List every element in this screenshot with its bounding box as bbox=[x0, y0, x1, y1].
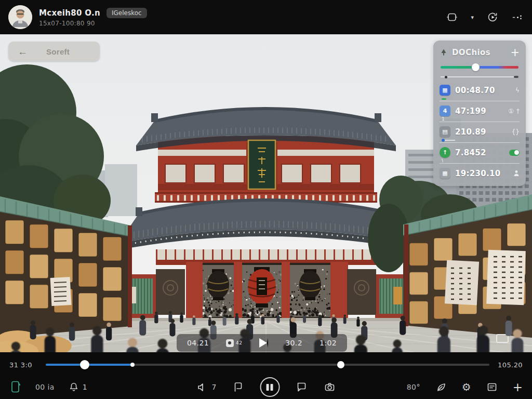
sub-slider-dot bbox=[445, 76, 447, 78]
counter-value: 42 bbox=[236, 341, 242, 345]
leaf-icon bbox=[435, 381, 447, 393]
temple-gate bbox=[118, 108, 414, 327]
angle-label: 80° bbox=[407, 383, 420, 391]
panel-row-duration[interactable]: ▦ 00:48.70 ϟ bbox=[440, 81, 520, 101]
counter-icon bbox=[226, 339, 234, 347]
panel-value: 7.8452 bbox=[455, 148, 486, 157]
player-time-right: 1:02 bbox=[320, 339, 337, 347]
plus-icon: + bbox=[513, 381, 523, 393]
panel-row-total[interactable]: ▦ 19:230.10 bbox=[440, 163, 520, 184]
flag-button[interactable] bbox=[232, 381, 244, 393]
player-value-mid: 30.2 bbox=[285, 339, 302, 347]
sub-slider[interactable] bbox=[441, 76, 518, 77]
timeline-label-right: 105.20 bbox=[498, 361, 523, 369]
flag-icon bbox=[232, 381, 244, 393]
more-icon[interactable] bbox=[511, 11, 524, 23]
timeline-marker[interactable] bbox=[130, 363, 135, 367]
player-time-left: 04.21 bbox=[187, 339, 209, 347]
row-indicator-blue bbox=[442, 140, 455, 141]
chat-button[interactable] bbox=[295, 381, 308, 393]
toolbar-left: 00 ia 1 bbox=[9, 380, 87, 394]
footer: 31 3:0 105.20 00 ia bbox=[0, 352, 532, 399]
color-slider-knob[interactable] bbox=[472, 63, 480, 71]
panel-header: DOChios + bbox=[440, 46, 520, 59]
player-overlay: 04.21 42 30.2 1:02 bbox=[177, 334, 347, 352]
device-button[interactable] bbox=[9, 380, 22, 394]
color-slider-track[interactable] bbox=[441, 66, 518, 69]
avatar-photo bbox=[8, 5, 32, 29]
timeline-knob-secondary[interactable] bbox=[337, 361, 344, 368]
gear-icon: ⚙ bbox=[462, 382, 471, 392]
bookmark-button[interactable] bbox=[260, 377, 280, 397]
panel-value: 19:230.10 bbox=[455, 169, 500, 178]
user-name: Mcxeih80 O.n bbox=[39, 8, 100, 18]
screen-frame-icon[interactable] bbox=[446, 11, 458, 23]
info-icon[interactable]: ① bbox=[508, 108, 514, 115]
timeline-label-left: 31 3:0 bbox=[9, 361, 37, 369]
toolbar-left-label: 00 ia bbox=[35, 383, 55, 391]
person-icon[interactable] bbox=[513, 170, 520, 177]
panel-row-rate[interactable]: ↑ 7.8452 \ bbox=[440, 142, 520, 163]
panel-title: DOChios bbox=[452, 48, 490, 57]
row-indicator-text: 1 bbox=[442, 117, 445, 122]
tree-icon bbox=[440, 48, 448, 57]
chevron-down-icon[interactable]: ▾ bbox=[471, 14, 474, 21]
settings-button[interactable]: ⚙ bbox=[462, 382, 471, 392]
add-button[interactable]: + bbox=[510, 47, 520, 58]
speaker-button[interactable]: 7 bbox=[196, 381, 217, 393]
pause-bar bbox=[267, 384, 269, 391]
panel-row-timecode[interactable]: 4 47:199 ① † 1 bbox=[440, 101, 520, 122]
video-review-app: Mcxeih80 O.n IGeleskoc 15x07-100:80 90 ▾ bbox=[0, 0, 532, 399]
alert-button[interactable]: 1 bbox=[68, 381, 87, 393]
toggle-on[interactable] bbox=[509, 150, 520, 156]
back-button[interactable]: ← Soreft bbox=[8, 42, 100, 61]
device-icon bbox=[9, 380, 22, 394]
topbar-actions: ▾ bbox=[446, 11, 524, 23]
timeline: 31 3:0 105.20 bbox=[9, 357, 523, 372]
back-label: Soreft bbox=[46, 47, 70, 56]
toolbar-right: 80° ⚙ + bbox=[407, 381, 523, 393]
pause-bar bbox=[271, 384, 273, 391]
leaf-button[interactable] bbox=[435, 381, 447, 393]
topbar: Mcxeih80 O.n IGeleskoc 15x07-100:80 90 ▾ bbox=[0, 0, 532, 34]
sub-slider-tick bbox=[514, 76, 518, 78]
settings-panel: DOChios + ▦ 00:48.70 ϟ 4 47:199 bbox=[433, 41, 526, 186]
chat-icon bbox=[295, 381, 308, 393]
share-loop-icon[interactable] bbox=[486, 11, 499, 23]
like-count: 7 bbox=[212, 383, 217, 391]
add-button-bottom[interactable]: + bbox=[513, 381, 523, 393]
user-badge: IGeleskoc bbox=[107, 8, 147, 18]
four-icon: 4 bbox=[440, 105, 450, 116]
grid-icon: ▦ bbox=[440, 85, 450, 96]
panel-value: 47:199 bbox=[455, 107, 486, 116]
camera-icon bbox=[323, 381, 336, 393]
flash-icon[interactable]: ϟ bbox=[515, 87, 520, 94]
user-subtitle: 15x07-100:80 90 bbox=[39, 20, 147, 27]
notes-button[interactable] bbox=[486, 381, 498, 393]
row-indicator-text: \ bbox=[442, 158, 443, 163]
timeline-track[interactable] bbox=[46, 364, 489, 366]
arrow-left-icon: ← bbox=[18, 47, 28, 57]
panel-value: 00:48.70 bbox=[455, 86, 495, 95]
camera-button[interactable] bbox=[323, 381, 336, 393]
bell-icon bbox=[68, 381, 79, 393]
bottom-toolbar: 00 ia 1 7 bbox=[9, 374, 523, 399]
alert-count: 1 bbox=[83, 383, 87, 391]
upload-icon: ↑ bbox=[440, 147, 450, 158]
timeline-knob-primary[interactable] bbox=[80, 360, 89, 369]
photo-stage: ← Soreft DOChios + ▦ 00:48.70 bbox=[0, 34, 532, 352]
dagger-icon[interactable]: † bbox=[516, 108, 520, 115]
panel-row-metric[interactable]: ▤ 210.89 {} bbox=[440, 122, 520, 142]
panel-value: 210.89 bbox=[455, 127, 486, 137]
frame-counter[interactable]: 42 bbox=[226, 339, 242, 347]
toolbar-center: 7 bbox=[196, 377, 336, 397]
color-slider[interactable] bbox=[441, 63, 518, 71]
play-button[interactable] bbox=[259, 338, 268, 348]
speaker-icon bbox=[196, 381, 209, 393]
film-icon: ▤ bbox=[440, 126, 450, 137]
braces-icon[interactable]: {} bbox=[512, 128, 520, 136]
user-avatar[interactable] bbox=[8, 5, 32, 29]
row-indicator-green bbox=[442, 98, 446, 100]
user-meta: Mcxeih80 O.n IGeleskoc 15x07-100:80 90 bbox=[39, 8, 147, 27]
calendar-icon: ▦ bbox=[440, 168, 450, 179]
